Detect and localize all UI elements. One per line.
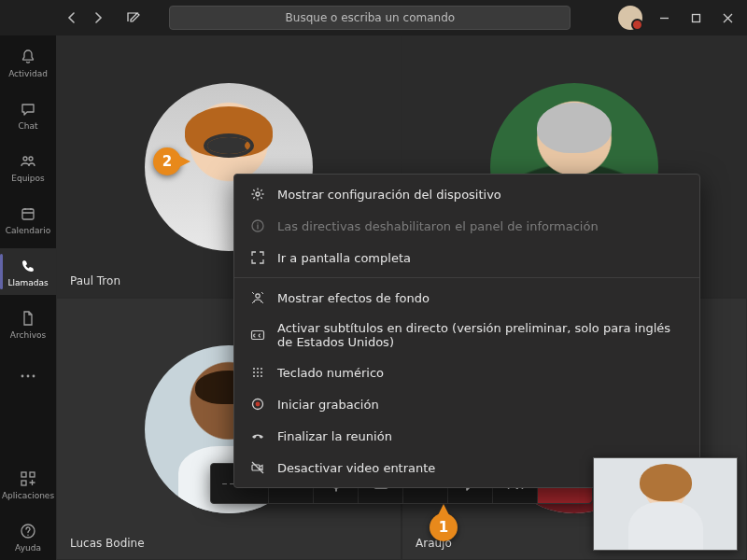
rail-label: Llamadas xyxy=(7,278,48,287)
more-actions-menu: Mostrar configuración del dispositivo La… xyxy=(233,174,700,488)
end-meeting-icon xyxy=(249,427,266,444)
svg-point-5 xyxy=(27,375,30,378)
rail-more[interactable] xyxy=(0,353,56,399)
svg-rect-0 xyxy=(693,14,700,21)
rail-label: Equipos xyxy=(11,174,45,183)
meeting-stage: Paul Tron Lucas Bodine Araujo ––:–– xyxy=(56,35,747,560)
svg-point-28 xyxy=(261,371,262,373)
menu-label: Teclado numérico xyxy=(277,366,384,380)
profile-avatar[interactable] xyxy=(618,6,642,30)
history-nav xyxy=(56,7,114,28)
rail-files[interactable]: Archivos xyxy=(0,301,56,347)
self-preview[interactable] xyxy=(593,457,738,551)
rail-calendar[interactable]: Calendario xyxy=(0,196,56,243)
menu-info-panel-disabled: Las directivas deshabilitaron el panel d… xyxy=(234,210,699,242)
svg-rect-3 xyxy=(22,209,34,219)
svg-point-23 xyxy=(253,368,255,370)
video-off-icon xyxy=(249,459,266,476)
menu-label: Iniciar grabación xyxy=(277,398,379,412)
annotation-2: 2 xyxy=(153,147,181,175)
svg-point-2 xyxy=(29,157,33,161)
fullscreen-icon xyxy=(249,249,266,266)
svg-rect-8 xyxy=(30,472,35,477)
svg-point-27 xyxy=(257,371,259,373)
chat-icon xyxy=(19,100,37,119)
menu-fullscreen[interactable]: Ir a pantalla completa xyxy=(234,242,699,273)
info-icon xyxy=(249,217,266,234)
menu-label: Las directivas deshabilitaron el panel d… xyxy=(277,219,599,233)
menu-dialpad[interactable]: Teclado numérico xyxy=(234,357,699,388)
svg-point-33 xyxy=(256,402,261,407)
rail-chat[interactable]: Chat xyxy=(0,91,56,138)
menu-device-settings[interactable]: Mostrar configuración del dispositivo xyxy=(234,178,699,210)
captions-icon xyxy=(249,327,266,343)
help-icon xyxy=(19,522,37,540)
svg-point-19 xyxy=(256,192,260,196)
rail-label: Aplicaciones xyxy=(2,491,54,500)
svg-point-24 xyxy=(257,368,259,370)
new-message-button[interactable] xyxy=(121,6,146,30)
rail-teams[interactable]: Equipos xyxy=(0,144,56,190)
record-icon xyxy=(249,396,266,413)
svg-point-30 xyxy=(257,375,259,377)
menu-label: Activar subtítulos en directo (versión p… xyxy=(277,321,686,349)
title-bar: Busque o escriba un comando xyxy=(0,0,747,35)
gear-icon xyxy=(249,186,266,203)
menu-label: Finalizar la reunión xyxy=(277,429,392,443)
menu-end-meeting[interactable]: Finalizar la reunión xyxy=(234,420,699,452)
forward-button[interactable] xyxy=(88,7,108,28)
rail-activity[interactable]: Actividad xyxy=(0,39,56,86)
svg-point-29 xyxy=(253,375,255,377)
search-box[interactable]: Busque o escriba un comando xyxy=(169,6,571,30)
rail-label: Chat xyxy=(18,121,37,131)
svg-rect-7 xyxy=(21,472,26,477)
maximize-button[interactable] xyxy=(682,3,712,33)
app-rail: Actividad Chat Equipos Calendario Llamad… xyxy=(0,0,56,560)
participant-name: Lucas Bodine xyxy=(70,537,145,550)
svg-point-20 xyxy=(252,220,263,231)
dialpad-icon xyxy=(249,364,266,381)
svg-point-6 xyxy=(33,375,35,378)
svg-point-26 xyxy=(253,371,255,373)
svg-rect-9 xyxy=(21,481,26,485)
rail-label: Ayuda xyxy=(15,543,41,553)
apps-icon xyxy=(19,469,37,488)
teams-icon xyxy=(19,152,37,171)
annotation-1: 1 xyxy=(430,513,458,541)
participant-name: Paul Tron xyxy=(70,274,120,287)
background-icon xyxy=(249,289,266,306)
rail-calls[interactable]: Llamadas xyxy=(0,248,56,295)
rail-label: Actividad xyxy=(8,69,48,78)
more-icon xyxy=(19,367,37,385)
menu-label: Ir a pantalla completa xyxy=(277,251,411,265)
menu-start-recording[interactable]: Iniciar grabación xyxy=(234,388,699,420)
svg-point-31 xyxy=(261,375,262,377)
menu-separator xyxy=(234,277,699,278)
svg-point-1 xyxy=(23,157,27,161)
file-icon xyxy=(19,309,37,328)
menu-background-effects[interactable]: Mostrar efectos de fondo xyxy=(234,282,699,314)
bell-icon xyxy=(19,48,37,66)
menu-live-captions[interactable]: Activar subtítulos en directo (versión p… xyxy=(234,314,699,357)
svg-point-4 xyxy=(21,375,24,378)
menu-label: Mostrar efectos de fondo xyxy=(277,291,430,305)
phone-icon xyxy=(19,257,37,275)
rail-apps[interactable]: Aplicaciones xyxy=(0,461,56,508)
rail-label: Archivos xyxy=(10,330,46,340)
back-button[interactable] xyxy=(62,7,82,28)
svg-point-25 xyxy=(261,368,262,370)
calendar-icon xyxy=(19,204,37,223)
close-button[interactable] xyxy=(713,3,743,33)
menu-label: Mostrar configuración del dispositivo xyxy=(277,188,501,202)
rail-help[interactable]: Ayuda xyxy=(0,513,56,560)
minimize-button[interactable] xyxy=(650,3,680,33)
rail-label: Calendario xyxy=(6,226,50,235)
svg-point-21 xyxy=(256,294,260,298)
menu-label: Desactivar video entrante xyxy=(277,461,435,475)
